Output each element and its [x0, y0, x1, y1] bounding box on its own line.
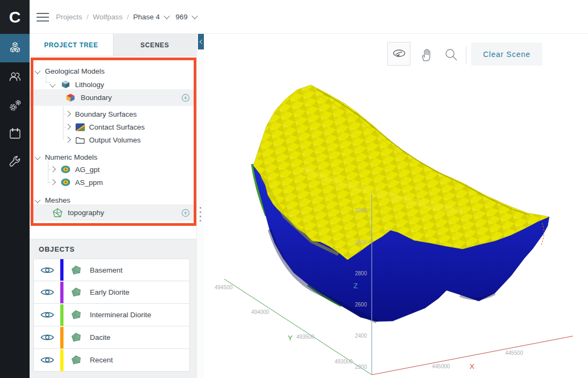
visibility-eye-icon[interactable]	[40, 310, 54, 319]
chevron-right-icon[interactable]	[49, 167, 55, 173]
svg-text:2400: 2400	[355, 333, 367, 339]
users-icon	[8, 69, 23, 84]
chevron-right-icon[interactable]	[65, 124, 70, 130]
breadcrumb-separator: /	[127, 13, 129, 21]
tree-node-label: AG_gpt	[75, 166, 100, 174]
top-bar: C Projects / Wolfpass / Phase 4 969	[0, 0, 588, 34]
calendar-icon	[8, 126, 23, 141]
svg-text:445000: 445000	[432, 363, 450, 369]
tree-node-numeric-models[interactable]: Numeric Models	[30, 151, 196, 163]
y-axis-label: Y	[288, 334, 293, 342]
tree-node-boundary[interactable]: Boundary	[30, 89, 196, 106]
objects-panel: OBJECTS Basement Early Diorite Intermine…	[30, 239, 196, 378]
collapse-panel-button[interactable]	[198, 34, 204, 49]
tree-node-as-ppm[interactable]: AS_ppm	[30, 176, 196, 189]
left-panel: PROJECT TREE SCENES Geological Models Li…	[30, 34, 196, 378]
objects-header: OBJECTS	[39, 245, 75, 253]
tree-node-label: Numeric Models	[45, 153, 98, 161]
numeric-model-icon	[60, 165, 71, 174]
tab-scenes[interactable]: SCENES	[113, 34, 197, 56]
object-row-early-diorite[interactable]: Early Diorite	[33, 281, 190, 304]
orbit-rotate-icon	[391, 47, 407, 61]
rail-item-models[interactable]	[0, 34, 30, 62]
chevron-down-icon[interactable]	[49, 82, 55, 88]
tree-node-label: topography	[68, 209, 104, 217]
panel-tabs: PROJECT TREE SCENES	[30, 34, 196, 56]
chevron-down-icon[interactable]	[34, 197, 40, 203]
chevron-right-icon[interactable]	[65, 111, 70, 117]
chevron-right-icon[interactable]	[49, 180, 55, 186]
svg-text:493500: 493500	[296, 334, 315, 340]
tree-node-ag-gpt[interactable]: AG_gpt	[30, 163, 196, 176]
rail-item-tools[interactable]	[0, 148, 30, 176]
visibility-eye-icon[interactable]	[40, 333, 54, 342]
tree-node-output-volumes[interactable]: Output Volumes	[30, 133, 196, 146]
tree-node-topography[interactable]: topography	[30, 204, 196, 221]
x-axis-label: X	[470, 362, 474, 370]
chevron-down-icon[interactable]	[34, 154, 40, 160]
cube-stack-icon	[60, 79, 71, 90]
volume-mesh-icon	[69, 309, 83, 321]
gears-icon	[8, 98, 23, 113]
breadcrumb-revision[interactable]: 969	[175, 13, 188, 21]
breadcrumb-wolfpass[interactable]: Wolfpass	[93, 13, 123, 21]
tree-node-label: Output Volumes	[89, 136, 141, 144]
3d-scene-canvas[interactable]: 494500 494000 493500 493000 445000 44550…	[204, 34, 588, 378]
divider-drag-handle[interactable]	[200, 207, 201, 224]
app-logo[interactable]: C	[0, 0, 30, 34]
tree-node-contact-surfaces[interactable]: Contact Surfaces	[30, 120, 196, 133]
tree-node-label: Boundary Surfaces	[75, 110, 137, 118]
svg-text:2800: 2800	[355, 270, 367, 276]
object-row-recent[interactable]: Recent	[33, 349, 190, 372]
volume-mesh-icon	[69, 264, 83, 276]
visibility-eye-icon[interactable]	[40, 355, 54, 365]
plus-circle-icon	[181, 94, 190, 102]
breadcrumb-separator: /	[87, 13, 89, 21]
rail-item-workflows[interactable]	[0, 91, 30, 119]
panel-divider[interactable]	[196, 34, 204, 378]
orbit-rotate-tool[interactable]	[387, 42, 410, 66]
nav-rail	[0, 34, 30, 378]
cubes-icon	[8, 41, 23, 56]
tab-project-tree[interactable]: PROJECT TREE	[30, 34, 113, 56]
zoom-magnifier-tool[interactable]	[443, 46, 459, 62]
contact-surfaces-icon	[75, 123, 85, 131]
object-label: Recent	[90, 356, 113, 364]
add-to-scene-button[interactable]	[181, 209, 190, 217]
object-row-dacite[interactable]: Dacite	[33, 326, 190, 349]
pan-hand-tool[interactable]	[417, 46, 435, 63]
legend-color-bar	[60, 304, 63, 326]
breadcrumb-phase[interactable]: Phase 4	[133, 13, 160, 21]
clear-scene-button[interactable]: Clear Scene	[471, 42, 542, 66]
svg-text:445500: 445500	[505, 350, 523, 356]
breadcrumb-projects[interactable]: Projects	[56, 13, 82, 21]
hamburger-menu-icon[interactable]	[37, 13, 49, 22]
chevron-down-icon[interactable]	[34, 68, 40, 74]
boundary-box-icon	[65, 92, 76, 103]
object-label: Basement	[90, 266, 123, 274]
object-label: Dacite	[90, 333, 110, 341]
volume-mesh-icon	[69, 354, 83, 366]
object-row-intermineral-diorite[interactable]: Intermineral Diorite	[33, 304, 190, 326]
tree-node-geological-models[interactable]: Geological Models	[30, 65, 196, 77]
visibility-eye-icon[interactable]	[40, 288, 54, 297]
logo-letter: C	[9, 8, 21, 26]
pan-hand-icon	[419, 47, 433, 62]
visibility-eye-icon[interactable]	[40, 266, 54, 275]
add-to-scene-button[interactable]	[181, 94, 190, 102]
chevron-right-icon[interactable]	[65, 137, 70, 143]
rail-item-users[interactable]	[0, 62, 30, 91]
chevron-down-icon[interactable]	[164, 13, 169, 19]
tree-node-label: Lithology	[75, 81, 104, 89]
rail-item-schedule[interactable]	[0, 119, 30, 148]
volume-mesh-icon	[69, 286, 83, 298]
object-row-basement[interactable]: Basement	[33, 259, 190, 281]
legend-color-bar	[60, 282, 63, 303]
tree-node-label: Meshes	[45, 196, 70, 204]
svg-text:3000: 3000	[355, 239, 367, 245]
plus-circle-icon	[181, 209, 190, 217]
chevron-down-icon[interactable]	[192, 13, 197, 19]
tree-node-boundary-surfaces[interactable]: Boundary Surfaces	[30, 108, 196, 120]
tree-node-label: Geological Models	[45, 67, 105, 75]
breadcrumb: Projects / Wolfpass / Phase 4 969	[56, 0, 199, 34]
